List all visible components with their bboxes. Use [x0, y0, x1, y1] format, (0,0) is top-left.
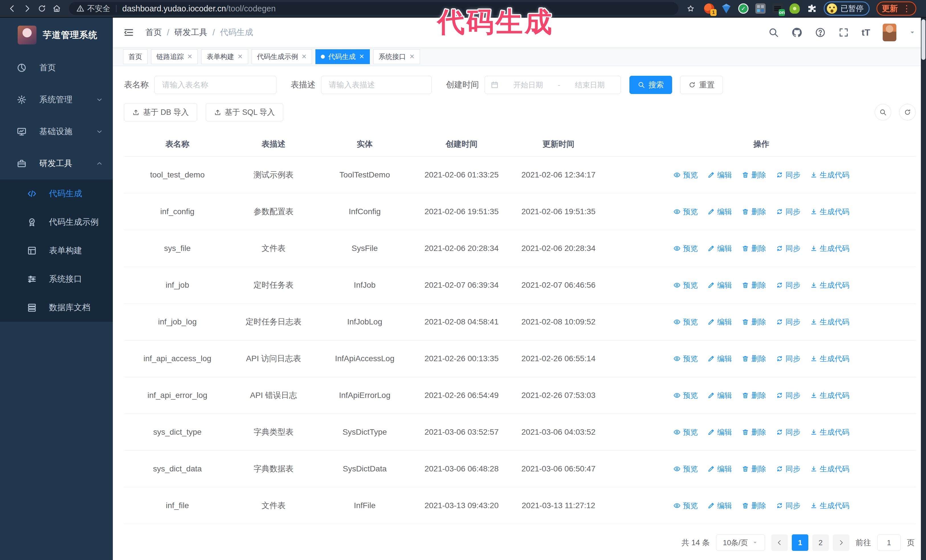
delete-link[interactable]: 删除 [741, 501, 766, 511]
avatar-caret-icon[interactable] [909, 29, 916, 36]
generate-code-link[interactable]: 生成代码 [810, 207, 849, 217]
preview-link[interactable]: 预览 [673, 170, 698, 180]
tab-代码生成示例[interactable]: 代码生成示例✕ [251, 49, 312, 64]
sidebar-item-2[interactable]: 基础设施 [0, 116, 113, 148]
search-icon[interactable] [768, 27, 779, 38]
github-icon[interactable] [791, 27, 802, 38]
generate-code-link[interactable]: 生成代码 [810, 170, 849, 180]
table-desc-input[interactable] [328, 80, 425, 90]
end-date-placeholder[interactable]: 结束日期 [565, 80, 615, 90]
sync-link[interactable]: 同步 [776, 170, 800, 180]
extension-icon-gem[interactable] [721, 3, 731, 14]
refresh-table-button[interactable] [899, 104, 916, 121]
paused-profile-chip[interactable]: 已暂停 [824, 2, 870, 16]
edit-link[interactable]: 编辑 [707, 280, 732, 290]
generate-code-link[interactable]: 生成代码 [810, 391, 849, 400]
generate-code-link[interactable]: 生成代码 [810, 280, 849, 290]
preview-link[interactable]: 预览 [673, 427, 698, 437]
sidebar-subitem-4[interactable]: 数据库文档 [0, 293, 113, 322]
sync-link[interactable]: 同步 [776, 427, 800, 437]
breadcrumb-item[interactable]: 首页 [145, 27, 162, 38]
edit-link[interactable]: 编辑 [707, 427, 732, 437]
tab-系统接口[interactable]: 系统接口✕ [373, 49, 420, 64]
bookmark-star-icon[interactable] [684, 2, 697, 15]
preview-link[interactable]: 预览 [673, 501, 698, 511]
scrollbar-thumb[interactable] [921, 20, 925, 60]
delete-link[interactable]: 删除 [741, 317, 766, 327]
edit-link[interactable]: 编辑 [707, 354, 732, 364]
collapse-menu-icon[interactable] [123, 27, 135, 38]
tab-代码生成[interactable]: 代码生成✕ [315, 49, 369, 64]
edit-link[interactable]: 编辑 [707, 317, 732, 327]
tab-首页[interactable]: 首页 [123, 49, 148, 64]
sidebar-item-1[interactable]: 系统管理 [0, 84, 113, 116]
edit-link[interactable]: 编辑 [707, 464, 732, 474]
extension-icon-green[interactable] [790, 3, 800, 14]
sidebar-item-3[interactable]: 研发工具 [0, 148, 113, 180]
sidebar-subitem-0[interactable]: 代码生成 [0, 180, 113, 208]
sidebar-subitem-1[interactable]: 代码生成示例 [0, 208, 113, 236]
extension-icon-grid[interactable] [755, 3, 766, 14]
tab-表单构建[interactable]: 表单构建✕ [201, 49, 248, 64]
delete-link[interactable]: 删除 [741, 354, 766, 364]
reload-icon[interactable] [35, 2, 48, 15]
sync-link[interactable]: 同步 [776, 280, 800, 290]
delete-link[interactable]: 删除 [741, 243, 766, 254]
close-icon[interactable]: ✕ [238, 53, 242, 60]
close-icon[interactable]: ✕ [301, 53, 307, 60]
page-button-2[interactable]: 2 [812, 534, 829, 551]
edit-link[interactable]: 编辑 [707, 391, 732, 400]
extension-icon-orange[interactable]: 1 [704, 3, 714, 14]
security-chip[interactable]: 不安全 [76, 3, 110, 14]
window-scrollbar[interactable] [921, 18, 926, 560]
start-date-placeholder[interactable]: 开始日期 [503, 80, 553, 90]
import-db-button[interactable]: 基于 DB 导入 [124, 103, 197, 121]
generate-code-link[interactable]: 生成代码 [810, 427, 849, 437]
extension-icon-check[interactable]: ✓ [738, 3, 749, 14]
extension-icon-tampermonkey[interactable]: on [772, 3, 783, 14]
generate-code-link[interactable]: 生成代码 [810, 354, 849, 364]
preview-link[interactable]: 预览 [673, 391, 698, 400]
goto-page-input[interactable] [877, 534, 901, 551]
user-avatar[interactable] [883, 24, 896, 41]
preview-link[interactable]: 预览 [673, 280, 698, 290]
delete-link[interactable]: 删除 [741, 170, 766, 180]
forward-icon[interactable] [21, 2, 33, 15]
preview-link[interactable]: 预览 [673, 464, 698, 474]
update-button[interactable]: 更新 ⋮ [876, 2, 916, 16]
delete-link[interactable]: 删除 [741, 427, 766, 437]
sidebar-subitem-3[interactable]: 系统接口 [0, 265, 113, 293]
sync-link[interactable]: 同步 [776, 464, 800, 474]
sidebar-logo[interactable]: 芋道管理系统 [0, 18, 113, 52]
address-bar[interactable]: 不安全 dashboard.yudao.iocoder.cn/tool/code… [69, 2, 678, 15]
preview-link[interactable]: 预览 [673, 317, 698, 327]
prev-page-button[interactable] [771, 534, 788, 551]
generate-code-link[interactable]: 生成代码 [810, 243, 849, 254]
preview-link[interactable]: 预览 [673, 354, 698, 364]
breadcrumb-item[interactable]: 研发工具 [174, 27, 207, 38]
delete-link[interactable]: 删除 [741, 207, 766, 217]
next-page-button[interactable] [833, 534, 849, 551]
sync-link[interactable]: 同步 [776, 354, 800, 364]
delete-link[interactable]: 删除 [741, 391, 766, 400]
tab-链路追踪[interactable]: 链路追踪✕ [151, 49, 198, 64]
edit-link[interactable]: 编辑 [707, 170, 732, 180]
date-range-picker[interactable]: 开始日期 - 结束日期 [485, 76, 621, 94]
generate-code-link[interactable]: 生成代码 [810, 501, 849, 511]
sync-link[interactable]: 同步 [776, 391, 800, 400]
edit-link[interactable]: 编辑 [707, 501, 732, 511]
sync-link[interactable]: 同步 [776, 317, 800, 327]
font-size-icon[interactable]: tT [862, 27, 870, 38]
search-button[interactable]: 搜索 [629, 76, 672, 94]
home-icon[interactable] [50, 2, 63, 15]
close-icon[interactable]: ✕ [409, 53, 415, 60]
toggle-search-button[interactable] [875, 104, 891, 121]
generate-code-link[interactable]: 生成代码 [810, 464, 849, 474]
sidebar-subitem-2[interactable]: 表单构建 [0, 236, 113, 265]
extensions-puzzle-icon[interactable] [806, 3, 817, 14]
reset-button[interactable]: 重置 [680, 76, 723, 94]
edit-link[interactable]: 编辑 [707, 243, 732, 254]
sidebar-item-0[interactable]: 首页 [0, 52, 113, 84]
preview-link[interactable]: 预览 [673, 207, 698, 217]
generate-code-link[interactable]: 生成代码 [810, 317, 849, 327]
